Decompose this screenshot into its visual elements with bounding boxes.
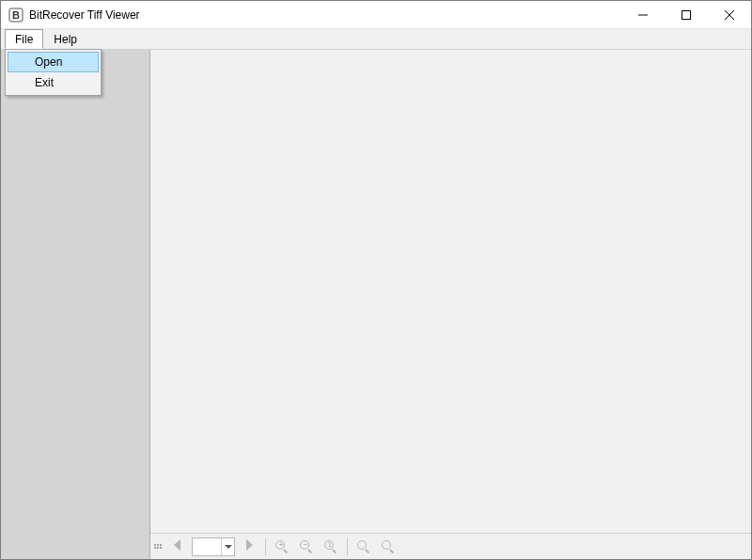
svg-text:B: B bbox=[12, 9, 20, 21]
zoom-in-icon: + bbox=[274, 539, 290, 554]
chevron-down-icon bbox=[221, 538, 234, 555]
content-area: + − 1 bbox=[1, 50, 751, 559]
app-window: B BitRecover Tiff Viewer File Help bbox=[0, 0, 752, 560]
viewer-canvas bbox=[150, 50, 751, 533]
minimize-button[interactable] bbox=[621, 1, 665, 28]
main-panel: + − 1 bbox=[150, 50, 751, 559]
menu-item-icon bbox=[8, 53, 33, 71]
toolbar-separator bbox=[347, 538, 348, 555]
file-menu-dropdown: Open Exit bbox=[5, 49, 102, 96]
title-bar: B BitRecover Tiff Viewer bbox=[1, 1, 751, 29]
zoom-out-button[interactable]: − bbox=[296, 537, 317, 557]
menu-file[interactable]: File bbox=[5, 29, 43, 49]
menu-item-icon bbox=[8, 73, 33, 92]
zoom-in-button[interactable]: + bbox=[272, 537, 292, 557]
window-controls bbox=[621, 1, 751, 28]
window-title: BitRecover Tiff Viewer bbox=[29, 8, 140, 22]
file-menu-open-label: Open bbox=[33, 55, 98, 69]
app-icon: B bbox=[8, 8, 24, 23]
sidebar-panel bbox=[1, 50, 150, 559]
bottom-toolbar: + − 1 bbox=[150, 533, 751, 559]
maximize-button[interactable] bbox=[665, 1, 708, 28]
page-number-combo[interactable] bbox=[192, 537, 235, 556]
next-page-button[interactable] bbox=[239, 537, 259, 557]
zoom-actual-icon: 1 bbox=[323, 539, 338, 554]
menu-bar: File Help bbox=[1, 29, 751, 50]
file-menu-exit[interactable]: Exit bbox=[8, 72, 99, 93]
zoom-fit-page-icon bbox=[381, 539, 396, 554]
zoom-out-icon: − bbox=[299, 539, 314, 554]
menu-help-label: Help bbox=[54, 33, 77, 46]
file-menu-exit-label: Exit bbox=[33, 76, 98, 89]
menu-help[interactable]: Help bbox=[43, 29, 87, 49]
file-menu-open[interactable]: Open bbox=[8, 52, 99, 72]
svg-marker-7 bbox=[225, 545, 232, 549]
page-number-value bbox=[193, 538, 221, 555]
toolbar-grip-icon bbox=[154, 539, 162, 554]
next-page-icon bbox=[244, 539, 254, 553]
svg-marker-6 bbox=[174, 539, 180, 551]
zoom-fit-width-button[interactable] bbox=[353, 537, 374, 557]
toolbar-separator bbox=[265, 538, 266, 555]
zoom-actual-button[interactable]: 1 bbox=[321, 537, 341, 557]
prev-page-icon bbox=[173, 539, 182, 553]
menu-file-label: File bbox=[15, 33, 33, 46]
zoom-fit-width-icon bbox=[356, 539, 371, 554]
close-button[interactable] bbox=[708, 1, 751, 28]
svg-marker-8 bbox=[246, 539, 253, 551]
svg-rect-3 bbox=[682, 10, 691, 19]
zoom-fit-page-button[interactable] bbox=[378, 537, 399, 557]
prev-page-button[interactable] bbox=[167, 537, 188, 557]
